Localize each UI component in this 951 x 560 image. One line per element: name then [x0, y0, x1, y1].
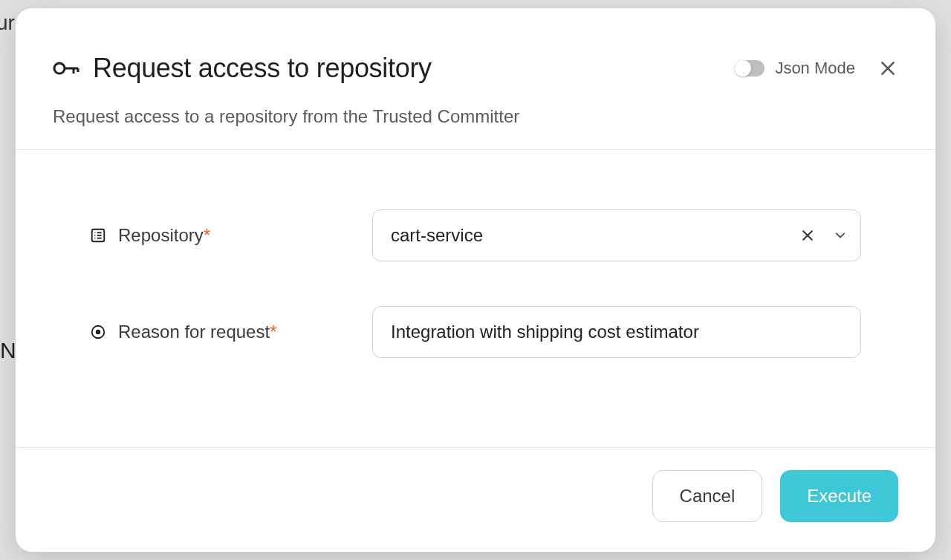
modal-footer: Cancel Execute: [16, 447, 935, 552]
json-mode-label: Json Mode: [775, 59, 855, 78]
reason-input[interactable]: [372, 306, 861, 358]
chevron-down-icon[interactable]: [833, 228, 848, 243]
toggle-knob: [735, 60, 751, 76]
modal-body: Repository*: [16, 150, 935, 447]
svg-point-12: [96, 330, 100, 334]
backdrop-fragment: N: [0, 338, 16, 363]
header-top: Request access to repository Json Mode: [53, 53, 898, 84]
repository-label-group: Repository*: [90, 225, 357, 246]
svg-point-0: [54, 63, 65, 74]
modal-header: Request access to repository Json Mode R…: [16, 8, 935, 150]
reason-label-group: Reason for request*: [90, 322, 357, 342]
reason-row: Reason for request*: [90, 306, 861, 358]
title-group: Request access to repository: [53, 53, 432, 84]
required-marker: *: [204, 225, 210, 245]
repository-select[interactable]: [372, 209, 861, 261]
json-mode-toggle[interactable]: [735, 60, 765, 76]
reason-label: Reason for request*: [118, 322, 276, 342]
repository-input[interactable]: [372, 209, 861, 261]
cancel-button[interactable]: Cancel: [652, 470, 763, 522]
modal-subtitle: Request access to a repository from the …: [53, 106, 898, 127]
repository-row: Repository*: [90, 209, 861, 261]
key-icon: [53, 55, 79, 82]
header-right: Json Mode: [735, 58, 898, 79]
required-marker: *: [270, 322, 276, 342]
backdrop-fragment: ur: [0, 11, 15, 35]
clear-icon[interactable]: [800, 228, 815, 243]
list-icon: [90, 227, 106, 244]
select-icons: [800, 228, 848, 243]
record-icon: [90, 324, 106, 340]
execute-button[interactable]: Execute: [780, 470, 898, 522]
json-mode-toggle-group: Json Mode: [735, 59, 855, 78]
repository-label: Repository*: [118, 225, 210, 246]
request-access-modal: Request access to repository Json Mode R…: [16, 8, 935, 552]
close-icon[interactable]: [877, 58, 898, 79]
repository-label-text: Repository: [118, 225, 204, 245]
modal-title: Request access to repository: [93, 53, 432, 84]
reason-label-text: Reason for request: [118, 322, 270, 342]
